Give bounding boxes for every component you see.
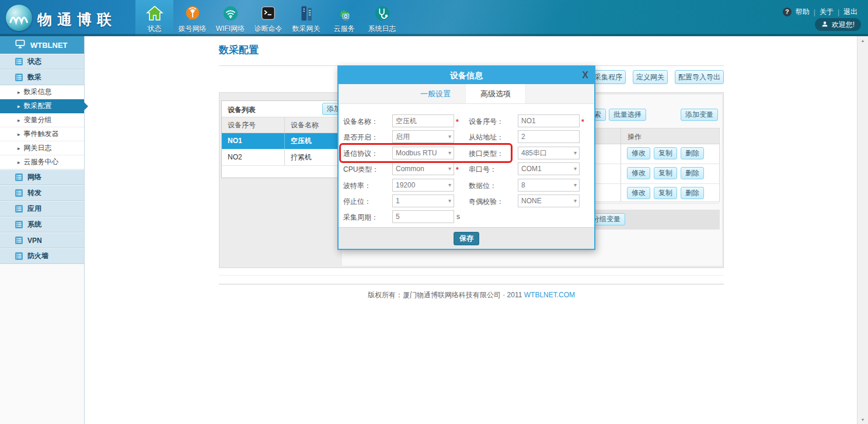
collect-period-label: 采集周期： — [343, 213, 378, 223]
footer-divider — [219, 284, 724, 284]
copy-button[interactable]: 复制 — [654, 167, 677, 179]
topbar: 物通博联 状态 拨号网络 WIFI网络 诊断命令 — [0, 0, 868, 36]
column-device-no: 设备序号 — [222, 117, 285, 133]
welcome-user-button[interactable]: 欢迎您! — [815, 18, 861, 31]
form-row: 采集周期： 5 s — [339, 210, 594, 225]
monitor-icon — [15, 40, 25, 50]
device-name-label: 设备名称： — [343, 117, 378, 127]
nav-item-cloud-service[interactable]: 云服务 — [325, 0, 363, 36]
top-links: ? 帮助 | 关于 | 退出 — [783, 7, 857, 17]
form-row: 波特率： 19200 数据位： 8 — [339, 178, 594, 194]
device-row-no2[interactable]: NO2 拧紧机 — [222, 150, 349, 166]
slave-address-input[interactable]: 2 — [518, 130, 580, 143]
sidebar-subitem-event-trigger[interactable]: ▸ 事件触发器 — [0, 127, 84, 141]
required-mark: * — [456, 166, 459, 174]
list-grid-icon — [15, 58, 23, 65]
stop-bits-select[interactable]: 1 — [392, 194, 454, 207]
baud-rate-label: 波特率： — [343, 181, 371, 191]
serial-port-select[interactable]: COM1 — [518, 162, 580, 175]
define-gateway-button[interactable]: 定义网关 — [633, 70, 668, 84]
copy-button[interactable]: 复制 — [654, 147, 677, 159]
list-grid-icon — [15, 252, 23, 260]
config-import-export-button[interactable]: 配置导入导出 — [675, 70, 724, 84]
sidebar-subitem-cloud-center[interactable]: ▸ 云服务中心 — [0, 155, 84, 169]
required-mark: * — [581, 118, 584, 126]
nav-item-diagnostic-command[interactable]: 诊断命令 — [249, 0, 287, 36]
add-variable-button[interactable]: 添加变量 — [681, 109, 718, 121]
page-title: 数采配置 — [219, 43, 259, 57]
wtblnet-link[interactable]: WTBLNET.COM — [524, 291, 575, 299]
cloud-service-icon — [336, 2, 353, 24]
sidebar-item-forwarding[interactable]: 转发 — [0, 185, 84, 201]
parity-select[interactable]: NONE — [518, 194, 580, 207]
device-row-no1[interactable]: NO1 空压机 — [222, 133, 349, 150]
about-link[interactable]: 关于 — [820, 7, 834, 17]
serial-port-label: 串口号： — [469, 165, 497, 175]
slave-address-label: 从站地址： — [469, 133, 504, 143]
device-table-header: 设备序号 设备名称 — [222, 117, 349, 133]
scroll-up-icon[interactable]: ▲ — [857, 39, 868, 43]
cpu-type-select[interactable]: Common — [392, 162, 454, 175]
data-bits-select[interactable]: 8 — [518, 179, 580, 192]
bullet-arrow-icon: ▸ — [18, 117, 20, 123]
bullet-arrow-icon: ▸ — [18, 159, 20, 165]
nav-item-status[interactable]: 状态 — [135, 0, 173, 36]
device-info-modal: 设备信息 X 一般设置 高级选项 设备名称： 空压机 * 设备序号： NO1 *… — [337, 65, 595, 250]
bullet-arrow-icon: ▸ — [18, 103, 20, 109]
save-button[interactable]: 保存 — [454, 232, 479, 245]
column-operations: 操作 — [628, 132, 642, 142]
sidebar-subitem-daq-info[interactable]: ▸ 数采信息 — [0, 85, 84, 99]
terminal-icon — [260, 2, 277, 24]
scroll-down-icon[interactable]: ▼ — [857, 418, 868, 422]
top-nav: 状态 拨号网络 WIFI网络 诊断命令 数采网关 — [135, 0, 401, 34]
device-list-header: 设备列表 添加 — [222, 101, 349, 117]
modify-button[interactable]: 修改 — [627, 187, 650, 199]
collect-period-input[interactable]: 5 — [392, 210, 454, 223]
close-icon[interactable]: X — [582, 67, 588, 84]
sidebar-item-vpn[interactable]: VPN — [0, 232, 84, 248]
sidebar-subitem-gateway-log[interactable]: ▸ 网关日志 — [0, 141, 84, 155]
device-name-input[interactable]: 空压机 — [392, 114, 454, 127]
tab-general-settings[interactable]: 一般设置 — [406, 84, 465, 103]
protocol-label: 通信协议： — [343, 149, 378, 159]
sidebar-subitem-daq-config[interactable]: ▸ 数采配置 — [0, 99, 84, 113]
sidebar-item-status[interactable]: 状态 — [0, 54, 84, 69]
logout-link[interactable]: 退出 — [843, 7, 857, 17]
sidebar-item-daq[interactable]: 数采 — [0, 69, 84, 85]
link-divider: | — [838, 8, 839, 16]
welcome-label: 欢迎您! — [832, 20, 855, 30]
home-icon — [146, 2, 163, 24]
nav-item-dial-network[interactable]: 拨号网络 — [173, 0, 211, 36]
sidebar-subitem-variable-groups[interactable]: ▸ 变量分组 — [0, 113, 84, 127]
bullet-arrow-icon: ▸ — [18, 89, 20, 95]
nav-item-system-log[interactable]: 系统日志 — [363, 0, 401, 36]
delete-button[interactable]: 删除 — [681, 167, 704, 179]
sidebar-item-network[interactable]: 网络 — [0, 169, 84, 185]
nav-item-daq-gateway[interactable]: 数采网关 — [287, 0, 325, 36]
sidebar-item-application[interactable]: 应用 — [0, 201, 84, 217]
device-no-input[interactable]: NO1 — [518, 114, 580, 127]
nav-item-wifi-network[interactable]: WIFI网络 — [211, 0, 249, 36]
bullet-arrow-icon: ▸ — [18, 131, 20, 137]
enabled-select[interactable]: 启用 — [392, 130, 454, 143]
copy-button[interactable]: 复制 — [654, 187, 677, 199]
required-mark: * — [456, 118, 459, 126]
modify-button[interactable]: 修改 — [627, 167, 650, 179]
batch-select-button[interactable]: 批量选择 — [609, 109, 646, 121]
help-link[interactable]: 帮助 — [796, 7, 810, 17]
protocol-select[interactable]: Modbus RTU — [392, 147, 454, 159]
sidebar-item-system[interactable]: 系统 — [0, 217, 84, 232]
tab-advanced-options[interactable]: 高级选项 — [465, 84, 526, 103]
baud-rate-select[interactable]: 19200 — [392, 179, 454, 192]
page-scrollbar[interactable]: ▲ ▼ — [857, 36, 868, 424]
company-logo-icon — [6, 5, 32, 31]
seconds-unit-label: s — [456, 213, 460, 221]
list-grid-icon — [15, 237, 23, 244]
delete-button[interactable]: 删除 — [681, 187, 704, 199]
interface-type-select[interactable]: 485串口 — [518, 147, 580, 159]
delete-button[interactable]: 删除 — [681, 147, 704, 159]
modify-button[interactable]: 修改 — [627, 147, 650, 159]
modal-titlebar: 设备信息 X — [339, 67, 594, 84]
sidebar-item-firewall[interactable]: 防火墙 — [0, 248, 84, 264]
modal-title: 设备信息 — [450, 71, 483, 80]
